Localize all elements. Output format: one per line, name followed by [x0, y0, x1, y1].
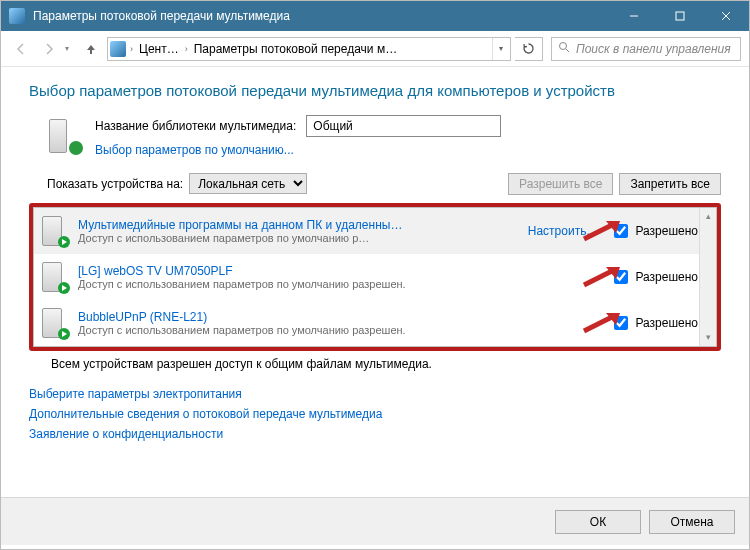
device-allowed-checkbox[interactable]: [614, 316, 628, 330]
library-name-input[interactable]: [306, 115, 501, 137]
device-list-scrollbar[interactable]: ▴ ▾: [699, 208, 716, 346]
device-allowed-check[interactable]: Разрешено: [610, 267, 698, 287]
device-icon: [42, 306, 70, 340]
breadcrumb-2[interactable]: Параметры потоковой передачи м…: [192, 42, 399, 56]
window-title: Параметры потоковой передачи мультимедиа: [33, 9, 611, 23]
location-icon: [110, 41, 126, 57]
scroll-down-button[interactable]: ▾: [700, 329, 716, 346]
back-button[interactable]: [9, 37, 33, 61]
device-configure-link[interactable]: Настроить...: [528, 224, 597, 238]
content-area: Выбор параметров потоковой передачи муль…: [1, 67, 749, 497]
dialog-footer: ОК Отмена: [1, 497, 749, 545]
device-allowed-label: Разрешено: [635, 270, 698, 284]
cancel-button[interactable]: Отмена: [649, 510, 735, 534]
device-title: Мультимедийные программы на данном ПК и …: [78, 218, 520, 232]
device-subtitle: Доступ с использованием параметров по ум…: [78, 324, 602, 336]
maximize-button[interactable]: [657, 1, 703, 31]
search-input[interactable]: Поиск в панели управления: [551, 37, 741, 61]
device-row[interactable]: Мультимедийные программы на данном ПК и …: [34, 208, 716, 254]
app-icon: [9, 8, 25, 24]
page-title: Выбор параметров потоковой передачи муль…: [29, 81, 721, 101]
library-name-label: Название библиотеки мультимедиа:: [95, 119, 296, 133]
device-row[interactable]: [LG] webOS TV UM7050PLF Доступ с использ…: [34, 254, 716, 300]
device-allowed-label: Разрешено: [635, 224, 698, 238]
svg-line-5: [566, 49, 569, 52]
device-title: [LG] webOS TV UM7050PLF: [78, 264, 602, 278]
device-subtitle: Доступ с использованием параметров по ум…: [78, 278, 602, 290]
device-icon: [42, 214, 70, 248]
address-bar[interactable]: › Цент… › Параметры потоковой передачи м…: [107, 37, 511, 61]
privacy-link[interactable]: Заявление о конфиденциальности: [29, 427, 721, 441]
device-list: Мультимедийные программы на данном ПК и …: [33, 207, 717, 347]
device-title: BubbleUPnP (RNE-L21): [78, 310, 602, 324]
svg-point-4: [560, 43, 567, 50]
device-allowed-check[interactable]: Разрешено: [610, 221, 698, 241]
refresh-button[interactable]: [515, 37, 543, 61]
choose-defaults-link[interactable]: Выбор параметров по умолчанию...: [95, 143, 294, 157]
svg-rect-1: [676, 12, 684, 20]
minimize-button[interactable]: [611, 1, 657, 31]
device-highlight-box: Мультимедийные программы на данном ПК и …: [29, 203, 721, 351]
media-library-icon: [47, 115, 85, 157]
device-icon: [42, 260, 70, 294]
network-scope-select[interactable]: Локальная сеть: [189, 173, 307, 194]
explorer-nav: ▾ › Цент… › Параметры потоковой передачи…: [1, 31, 749, 67]
search-icon: [558, 41, 570, 56]
device-row[interactable]: BubbleUPnP (RNE-L21) Доступ с использова…: [34, 300, 716, 346]
ok-button[interactable]: ОК: [555, 510, 641, 534]
chevron-right-icon: ›: [183, 44, 190, 54]
device-subtitle: Доступ с использованием параметров по ум…: [78, 232, 520, 244]
show-devices-row: Показать устройства на: Локальная сеть Р…: [47, 173, 721, 195]
breadcrumb-1[interactable]: Цент…: [137, 42, 181, 56]
bottom-links: Выберите параметры электропитания Дополн…: [29, 387, 721, 441]
up-button[interactable]: [79, 37, 103, 61]
device-allowed-label: Разрешено: [635, 316, 698, 330]
device-allowed-check[interactable]: Разрешено: [610, 313, 698, 333]
scroll-up-button[interactable]: ▴: [700, 208, 716, 225]
show-devices-label: Показать устройства на:: [47, 177, 183, 191]
history-dropdown[interactable]: ▾: [65, 44, 75, 53]
library-row: Название библиотеки мультимедиа: Выбор п…: [47, 115, 721, 157]
window-controls: [611, 1, 749, 31]
device-allowed-checkbox[interactable]: [614, 270, 628, 284]
address-dropdown[interactable]: ▾: [492, 38, 508, 60]
close-button[interactable]: [703, 1, 749, 31]
title-bar: Параметры потоковой передачи мультимедиа: [1, 1, 749, 31]
block-all-button[interactable]: Запретить все: [619, 173, 721, 195]
power-options-link[interactable]: Выберите параметры электропитания: [29, 387, 721, 401]
forward-button[interactable]: [37, 37, 61, 61]
allow-all-button[interactable]: Разрешить все: [508, 173, 613, 195]
device-allowed-checkbox[interactable]: [614, 224, 628, 238]
more-info-link[interactable]: Дополнительные сведения о потоковой пере…: [29, 407, 721, 421]
access-status-text: Всем устройствам разрешен доступ к общим…: [51, 357, 721, 371]
search-placeholder: Поиск в панели управления: [576, 42, 731, 56]
chevron-right-icon: ›: [128, 44, 135, 54]
